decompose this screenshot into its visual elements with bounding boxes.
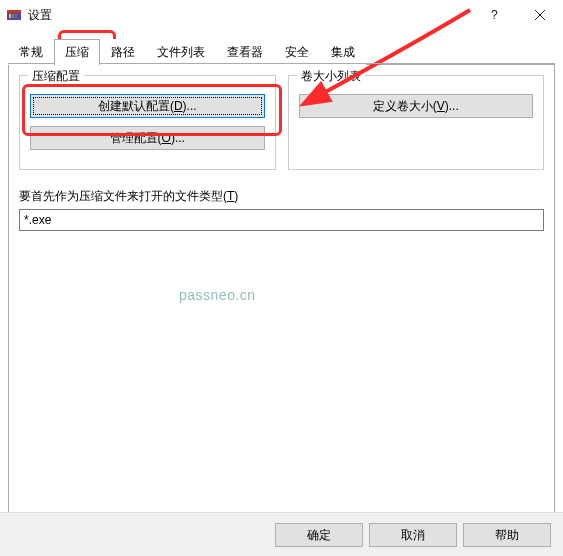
create-default-profile-button[interactable]: 创建默认配置(D)...	[30, 94, 265, 118]
tab-viewer[interactable]: 查看器	[216, 39, 274, 65]
svg-rect-3	[12, 14, 14, 18]
svg-text:?: ?	[491, 10, 498, 20]
cancel-button[interactable]: 取消	[369, 523, 457, 547]
filetype-input[interactable]	[19, 209, 544, 231]
watermark: passneo.cn	[179, 287, 256, 303]
filetype-label: 要首先作为压缩文件来打开的文件类型(T)	[19, 188, 544, 205]
define-volume-size-button[interactable]: 定义卷大小(V)...	[299, 94, 534, 118]
tab-general[interactable]: 常规	[8, 39, 54, 65]
tab-filelist[interactable]: 文件列表	[146, 39, 216, 65]
help-footer-button[interactable]: 帮助	[463, 523, 551, 547]
window-title: 设置	[28, 7, 471, 24]
group-title-compression: 压缩配置	[28, 68, 84, 85]
app-icon	[6, 7, 22, 23]
ok-button[interactable]: 确定	[275, 523, 363, 547]
manage-profile-button[interactable]: 管理配置(O)...	[30, 126, 265, 150]
close-button[interactable]	[517, 0, 563, 30]
help-button[interactable]: ?	[471, 0, 517, 30]
tab-security[interactable]: 安全	[274, 39, 320, 65]
svg-rect-2	[9, 14, 11, 18]
group-volume-list: 卷大小列表 定义卷大小(V)...	[288, 75, 545, 170]
tab-strip: 常规 压缩 路径 文件列表 查看器 安全 集成	[0, 30, 563, 64]
tab-integration[interactable]: 集成	[320, 39, 366, 65]
tab-path[interactable]: 路径	[100, 39, 146, 65]
dialog-footer: 确定 取消 帮助	[0, 512, 563, 556]
svg-rect-4	[15, 14, 17, 18]
tab-content: 压缩配置 创建默认配置(D)... 管理配置(O)... 卷大小列表 定义卷大小…	[8, 64, 555, 519]
group-title-volume: 卷大小列表	[297, 68, 365, 85]
titlebar: 设置 ?	[0, 0, 563, 30]
svg-rect-1	[7, 10, 21, 13]
group-compression-profile: 压缩配置 创建默认配置(D)... 管理配置(O)...	[19, 75, 276, 170]
tab-compression[interactable]: 压缩	[54, 39, 100, 65]
